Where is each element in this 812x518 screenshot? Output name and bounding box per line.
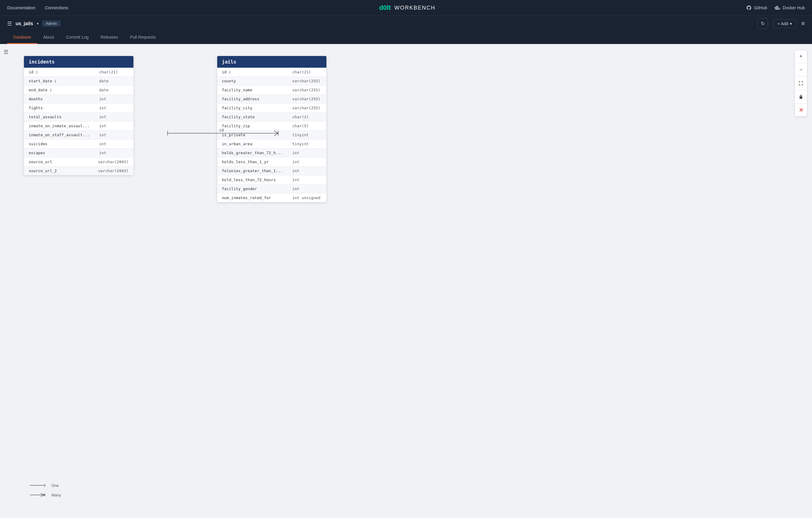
github-link[interactable]: GitHub: [746, 5, 767, 10]
admin-badge: Admin: [42, 20, 60, 27]
column-type: varchar(255): [288, 104, 326, 112]
jails-table: jails id⚷char(21)countyvarchar(255)facil…: [217, 56, 327, 202]
column-type: int: [288, 166, 326, 175]
tab-database[interactable]: Database: [7, 31, 37, 44]
fit-view-button[interactable]: [796, 78, 806, 88]
table-row: facility_genderint: [217, 185, 327, 193]
key-icon: ⚷: [49, 88, 52, 92]
table-row: holds_less_than_1_yrint: [217, 158, 327, 166]
column-name: inmate_on_staff_assault...: [24, 131, 94, 139]
database-name: us_jails: [16, 21, 33, 26]
key-icon: ⚷: [54, 79, 57, 83]
table-row: countyvarchar(255): [217, 77, 327, 86]
table-row: facility_addressvarchar(255): [217, 94, 327, 104]
column-type: char(2): [288, 113, 326, 121]
table-row: suicidesint: [24, 139, 134, 148]
column-name: facility_state: [217, 113, 288, 121]
column-type: char(21): [288, 68, 326, 76]
tables-container: id incidents id⚷char(21)start_date⚷datee…: [18, 50, 806, 208]
add-button[interactable]: + Add ▾: [773, 19, 796, 28]
table-row: is_privatetinyint: [217, 131, 327, 139]
key-icon: ⚷: [228, 70, 231, 74]
column-name: facility_zip: [217, 121, 288, 130]
svg-rect-1: [776, 7, 777, 8]
table-row: fightsint: [24, 104, 134, 113]
column-name: is_private: [217, 131, 288, 139]
legend: One Many: [30, 483, 61, 502]
column-name: source_url_2: [24, 166, 93, 175]
legend-one: One: [30, 483, 61, 488]
many-line: [30, 493, 48, 497]
svg-rect-3: [776, 6, 777, 7]
column-name: holds_greater_than_72_h...: [217, 148, 288, 157]
toolbar-right: ↻ + Add ▾ ≡: [757, 18, 805, 29]
hamburger-icon[interactable]: ☰: [4, 49, 8, 55]
column-type: int: [94, 121, 134, 130]
toolbar: ☰ us_jails ▾ Admin ↻ + Add ▾ ≡: [0, 16, 812, 31]
github-icon: [746, 5, 752, 10]
incidents-columns: id⚷char(21)start_date⚷dateend_date⚷dated…: [24, 68, 134, 175]
column-type: tinyint: [288, 131, 326, 139]
column-name: facility_name: [217, 86, 288, 94]
docker-hub-link[interactable]: Docker Hub: [774, 5, 805, 10]
top-navigation: Documentation Connections d0lt WORKBENCH…: [0, 0, 812, 16]
top-nav-left: Documentation Connections: [7, 5, 68, 10]
menu-button[interactable]: ≡: [801, 20, 805, 27]
db-dropdown-button[interactable]: ▾: [37, 22, 38, 26]
column-type: int: [288, 185, 326, 193]
close-button[interactable]: ✕: [796, 105, 806, 115]
svg-rect-10: [800, 97, 803, 99]
column-name: in_urban_area: [217, 139, 288, 148]
table-row: inmate_on_staff_assault...int: [24, 131, 134, 139]
main-content: ☰ id incidents: [0, 44, 812, 514]
column-type: char(5): [288, 121, 326, 130]
column-name: felonies_greater_than_1...: [217, 166, 288, 175]
lock-button[interactable]: [796, 92, 806, 102]
column-type: int: [94, 148, 134, 157]
column-name: fights: [24, 104, 94, 112]
many-line-svg: [30, 493, 48, 497]
table-row: holds_greater_than_72_h...int: [217, 148, 327, 158]
column-type: varchar(2043): [93, 166, 134, 175]
table-row: facility_cityvarchar(255): [217, 104, 327, 113]
column-name: end_date⚷: [24, 86, 94, 94]
table-row: deathsint: [24, 94, 134, 104]
lock-icon: [799, 94, 803, 99]
column-name: facility_gender: [217, 185, 288, 193]
refresh-button[interactable]: ↻: [757, 18, 768, 29]
logo-workbench: WORKBENCH: [394, 5, 435, 11]
table-row: hold_less_than_72_hoursint: [217, 175, 327, 185]
column-type: date: [94, 77, 134, 85]
table-row: source_url_2varchar(2043): [24, 166, 134, 175]
table-row: id⚷char(21): [217, 68, 327, 77]
tab-commit-log[interactable]: Commit Log: [60, 31, 94, 44]
table-row: felonies_greater_than_1...int: [217, 166, 327, 175]
connector-svg: id: [18, 50, 806, 290]
one-label: One: [52, 483, 59, 488]
column-name: id⚷: [24, 68, 94, 76]
tab-releases[interactable]: Releases: [94, 31, 124, 44]
logo: d0lt WORKBENCH: [379, 4, 435, 12]
sidebar-toggle: ☰: [0, 44, 12, 514]
zoom-in-button[interactable]: +: [796, 52, 806, 61]
add-chevron-icon: ▾: [790, 21, 792, 26]
svg-rect-4: [777, 6, 778, 7]
column-name: facility_city: [217, 104, 288, 112]
one-line-svg: [30, 483, 48, 488]
table-row: num_inmates_rated_forint unsigned: [217, 193, 327, 202]
github-label: GitHub: [754, 5, 767, 10]
zoom-controls: + − ✕: [795, 50, 807, 116]
column-name: county: [217, 77, 288, 85]
jails-columns: id⚷char(21)countyvarchar(255)facility_na…: [217, 68, 327, 202]
tab-pull-requests[interactable]: Pull Requests: [124, 31, 162, 44]
tab-about[interactable]: About: [37, 31, 60, 44]
column-type: int: [94, 139, 134, 148]
connections-link[interactable]: Connections: [45, 5, 68, 10]
top-nav-right: GitHub Docker Hub: [746, 5, 805, 10]
documentation-link[interactable]: Documentation: [7, 5, 35, 10]
column-name: id⚷: [217, 68, 288, 76]
column-name: escapes: [24, 148, 94, 157]
zoom-out-button[interactable]: −: [796, 65, 806, 75]
column-type: varchar(2043): [93, 158, 134, 166]
column-type: varchar(255): [288, 77, 326, 85]
